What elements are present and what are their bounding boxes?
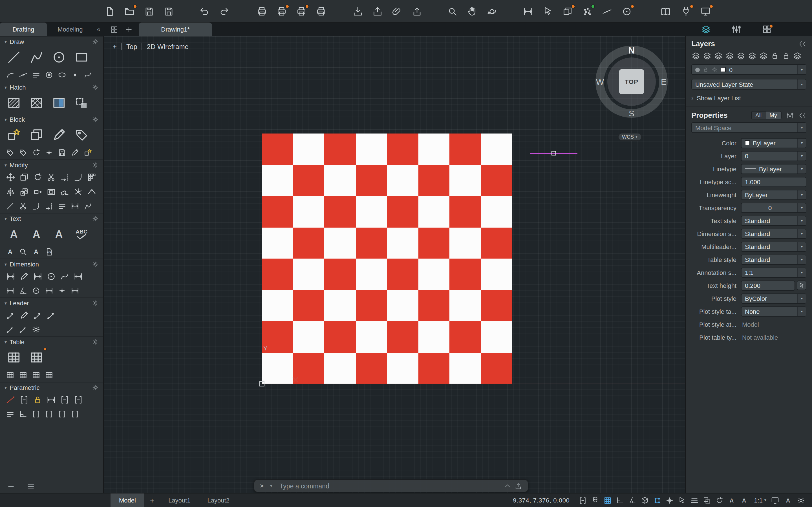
- dropdown-arrow-icon[interactable]: ▾: [797, 65, 806, 74]
- measure-button[interactable]: [521, 4, 535, 18]
- dropdown-arrow-icon[interactable]: ▾: [797, 79, 806, 89]
- open-folder-button[interactable]: [122, 4, 136, 18]
- ortho-mode-toggle[interactable]: [616, 496, 624, 504]
- aligned-constraint-tool[interactable]: [56, 408, 68, 420]
- block-editor-tool[interactable]: [82, 147, 94, 158]
- properties-panel-expand-icon[interactable]: [799, 111, 806, 119]
- mtext-tool[interactable]: A: [4, 225, 24, 244]
- undo-button[interactable]: [197, 4, 211, 18]
- rectangle-tool[interactable]: [72, 48, 91, 67]
- mirror-tool[interactable]: [4, 186, 17, 198]
- dim-diameter-tool[interactable]: [45, 270, 57, 283]
- measure-tool-tool[interactable]: [69, 201, 81, 212]
- dropdown-arrow-icon[interactable]: ▾: [797, 229, 806, 238]
- new-file-button[interactable]: [103, 4, 116, 18]
- property-input-field[interactable]: 1.000: [741, 177, 806, 187]
- current-layer-combobox[interactable]: 0 ▾: [691, 64, 806, 75]
- palette-collapse-button[interactable]: «: [94, 26, 104, 33]
- align-leaders-tool[interactable]: [4, 324, 16, 335]
- section-header[interactable]: ▾Hatch: [0, 82, 103, 93]
- properties-tab[interactable]: [731, 24, 742, 34]
- section-gear-icon[interactable]: [92, 162, 99, 168]
- rotate-tool[interactable]: [32, 171, 44, 184]
- erase-tool[interactable]: [59, 186, 71, 198]
- create-block-tool[interactable]: [27, 126, 46, 145]
- copy-tool[interactable]: [18, 171, 31, 184]
- geometric-constraint-tool[interactable]: [4, 394, 17, 406]
- section-header[interactable]: ▾Modify: [0, 159, 103, 170]
- section-header[interactable]: ▾Draw: [0, 36, 103, 47]
- property-dropdown-field[interactable]: Standard▾: [741, 255, 806, 265]
- property-dropdown-field[interactable]: ByLayer▾: [741, 138, 806, 148]
- plot-preview-button[interactable]: [294, 4, 308, 18]
- command-history-caret[interactable]: ▾: [270, 484, 272, 488]
- tab-overview-icon[interactable]: [110, 25, 118, 34]
- dim-angular-tool[interactable]: [17, 285, 29, 296]
- layer-unlock-button[interactable]: [781, 51, 791, 60]
- arc-tool[interactable]: [4, 69, 16, 80]
- table-style-tool[interactable]: [27, 348, 46, 367]
- section-header[interactable]: ▾Parametric: [0, 382, 103, 393]
- dropdown-arrow-icon[interactable]: ▾: [797, 268, 806, 277]
- dropdown-arrow-icon[interactable]: ▾: [797, 203, 806, 212]
- snap-mode-toggle[interactable]: [591, 496, 599, 504]
- property-dropdown-field[interactable]: ByLayer▾: [741, 164, 806, 174]
- move-tool[interactable]: [4, 171, 17, 184]
- parallel-constraint-tool[interactable]: [4, 408, 16, 420]
- section-gear-icon[interactable]: [92, 339, 99, 345]
- find-text-tool[interactable]: [17, 246, 29, 258]
- scale-tool[interactable]: [18, 186, 31, 198]
- section-gear-icon[interactable]: [92, 116, 99, 123]
- collect-leaders-tool[interactable]: [17, 324, 29, 335]
- viewport-menu-control[interactable]: +: [113, 43, 117, 51]
- manage-attributes-tool[interactable]: [17, 147, 29, 158]
- stretch-tool[interactable]: [32, 186, 44, 198]
- dim-break-tool[interactable]: [69, 285, 81, 296]
- infer-constraints-toggle[interactable]: [578, 496, 587, 504]
- dim-vertical-tool[interactable]: [32, 270, 44, 283]
- viewcube-west[interactable]: W: [596, 77, 604, 87]
- drawing-tab-active[interactable]: Drawing1*: [139, 22, 212, 36]
- pdf-import-tool[interactable]: PDF: [43, 246, 55, 258]
- spline-tool[interactable]: [82, 69, 94, 80]
- lengthen-tool[interactable]: [43, 201, 55, 212]
- save-button[interactable]: [142, 4, 156, 18]
- write-block-tool[interactable]: [56, 147, 68, 158]
- display-button[interactable]: [699, 4, 712, 18]
- dim-constraint-tool[interactable]: [45, 394, 57, 406]
- attach-button[interactable]: [390, 4, 404, 18]
- leader-settings-tool[interactable]: [31, 324, 42, 335]
- import-button[interactable]: [351, 4, 364, 18]
- filter-my-button[interactable]: My: [765, 112, 781, 119]
- hatch-cross-tool[interactable]: [27, 94, 46, 113]
- boundary-tool[interactable]: [72, 94, 91, 113]
- dropdown-arrow-icon[interactable]: ▾: [797, 190, 806, 199]
- autoscale-toggle[interactable]: A: [740, 496, 748, 504]
- section-header[interactable]: ▾Table: [0, 336, 103, 347]
- section-header[interactable]: ▾Block: [0, 114, 103, 124]
- insert-block-tool[interactable]: [4, 126, 24, 145]
- dropdown-arrow-icon[interactable]: ▾: [797, 151, 806, 160]
- extend-tool[interactable]: [59, 171, 71, 184]
- object-snap-tracking-toggle[interactable]: [665, 496, 674, 504]
- isometric-drafting-toggle[interactable]: [641, 496, 649, 504]
- point-cloud-button[interactable]: [580, 4, 594, 18]
- attribute-tag-tool[interactable]: [72, 126, 91, 145]
- layer-lock-button[interactable]: [770, 51, 779, 60]
- dropdown-arrow-icon[interactable]: ▾: [797, 164, 806, 173]
- multiline-tool[interactable]: [31, 69, 42, 80]
- model-tab[interactable]: Model: [110, 494, 144, 507]
- workspace-tab-drafting[interactable]: Drafting: [0, 22, 47, 36]
- save-as-button[interactable]: [162, 4, 175, 18]
- dim-baseline-tool[interactable]: [72, 270, 85, 283]
- new-drawing-tab-button[interactable]: [124, 25, 133, 34]
- property-dropdown-field[interactable]: Standard▾: [741, 228, 806, 238]
- layer-isolate-button[interactable]: [737, 51, 746, 60]
- hatch-tool[interactable]: [4, 94, 24, 113]
- redo-button[interactable]: [217, 4, 231, 18]
- layers-panel-expand-icon[interactable]: [799, 40, 806, 48]
- vertical-constraint-tool[interactable]: [43, 408, 55, 420]
- section-header[interactable]: ▾Dimension: [0, 259, 103, 269]
- viewport-style-control[interactable]: 2D Wireframe: [147, 43, 189, 51]
- pick-text-height-button[interactable]: [797, 281, 806, 290]
